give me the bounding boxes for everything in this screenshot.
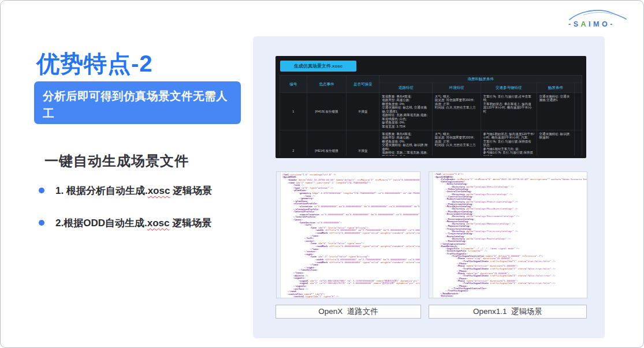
col-header-participants: 交通参与物特征 bbox=[481, 83, 537, 92]
bullet-dot-icon bbox=[39, 188, 44, 193]
page-title: 优势特点-2 bbox=[36, 48, 153, 80]
opendrive-code-body: <?xml version="1.0" encoding="utf-8" ?><… bbox=[282, 173, 420, 298]
cell-trigger: 交通设施特征: 交通设施物,交通牌1 bbox=[537, 92, 574, 130]
openscenario-code-screenshot: <?xml version="1.0"?><OpenSCENARIO> <Fil… bbox=[429, 171, 587, 298]
col-header-road: 道路特征 bbox=[379, 83, 433, 92]
col-header-trigger: 触发条件 bbox=[537, 83, 574, 92]
bullet-dot-icon bbox=[39, 220, 44, 226]
bullet-2-spellcheck-word: xosc bbox=[147, 218, 170, 229]
bullet-1-suffix: 逻辑场景 bbox=[170, 185, 212, 196]
highlight-box: 分析后即可得到仿真场景文件无需人工 再次搭建 bbox=[34, 81, 241, 124]
col-header-id: 编号 bbox=[280, 75, 307, 92]
cell-event: [HE14] 发生碰撞 bbox=[307, 130, 346, 156]
bullet-1-prefix: 1. 根据分析自动生成. bbox=[55, 185, 148, 196]
col-header-spacer bbox=[575, 83, 582, 92]
caption-openx-road-file: OpenX 道路文件 bbox=[276, 305, 421, 319]
svg-text:-SAIMO-: -SAIMO- bbox=[568, 20, 612, 28]
opendrive-code-screenshot: <?xml version="1.0" encoding="utf-8" ?><… bbox=[276, 171, 420, 298]
car-swoosh-icon: -SAIMO- bbox=[566, 8, 628, 32]
cell-event: [H419] 发生碰撞 bbox=[307, 92, 346, 130]
col-header-acceptable: 是否可接受 bbox=[346, 75, 379, 92]
scenario-table-wrap: 编号 危态事件 是否可接受 场景和触发条件 道路特征 环境特征 交通参与物特征 … bbox=[280, 75, 582, 156]
cell-road: 车道数量: 单向4车道; 道路类型: 高速公路; 横坡角度值: 0%; 交通设施… bbox=[379, 92, 433, 130]
table-row: 2 [HE14] 发生碰撞 不接受 车道数量: 单向4车道; 道路类型: 高速公… bbox=[280, 130, 582, 156]
cell-participants: 参与物1初始状态: 纵向速度120千米/小时, 横向速度0千米/小时, 汽车; … bbox=[481, 130, 537, 156]
scenario-table: 编号 危态事件 是否可接受 场景和触发条件 道路特征 环境特征 交通参与物特征 … bbox=[280, 75, 582, 156]
table-row: 1 [H419] 发生碰撞 不接受 车道数量: 单向4车道; 道路类型: 高速公… bbox=[280, 92, 582, 130]
scenario-table-screenshot: 生成仿真场景文件.xosc 编号 危态事件 是否可接受 场景和触发条件 bbox=[276, 56, 586, 158]
list-item: 2.根据ODD自动生成.xosc 逻辑场景 bbox=[36, 216, 262, 230]
cell-spacer bbox=[575, 92, 582, 130]
cell-id: 1 bbox=[280, 92, 307, 130]
cell-acceptable: 不接受 bbox=[346, 130, 379, 156]
bullet-1-spellcheck-word: xosc bbox=[148, 185, 170, 196]
highlight-line-2: 再次搭建 bbox=[43, 122, 232, 139]
cell-trigger: 交通设施特征: 标识牌,限速80 bbox=[537, 130, 574, 156]
code-line: <Entities> bbox=[434, 295, 514, 297]
slide: -SAIMO- 优势特点-2 分析后即可得到仿真场景文件无需人工 再次搭建 一键… bbox=[0, 0, 644, 348]
code-gutter bbox=[277, 172, 281, 298]
list-item: 1. 根据分析自动生成.xosc 逻辑场景 bbox=[36, 184, 262, 197]
highlight-line-1: 分析后即可得到仿真场景文件无需人工 bbox=[43, 87, 232, 122]
caption-openx-logical-scenario: Openx1.1 逻辑场景 bbox=[429, 305, 587, 319]
code-gutter bbox=[429, 172, 433, 298]
content-panel: 生成仿真场景文件.xosc 编号 危态事件 是否可接受 场景和触发条件 bbox=[253, 36, 605, 338]
bullet-2-suffix: 逻辑场景 bbox=[169, 218, 211, 229]
cell-road: 车道数量: 单向4车道; 道路类型: 高速公路; 横坡角度值: 0%; 交通设施… bbox=[379, 130, 433, 156]
section-heading: 一键自动生成场景文件 bbox=[44, 152, 189, 170]
generate-xosc-button[interactable]: 生成仿真场景文件.xosc bbox=[280, 61, 356, 72]
openscenario-code-body: <?xml version="1.0"?><OpenSCENARIO> <Fil… bbox=[434, 173, 587, 298]
bullet-2-prefix: 2.根据ODD自动生成. bbox=[55, 218, 147, 229]
bullet-text-1: 1. 根据分析自动生成.xosc 逻辑场景 bbox=[55, 184, 212, 197]
bullet-text-2: 2.根据ODD自动生成.xosc 逻辑场景 bbox=[55, 216, 211, 230]
col-header-env: 环境特征 bbox=[433, 83, 481, 92]
cell-participants: 主车行为: 直行,匀速行驶,占平直车线; 主车初始状态: 单在车道上, 纵向速度… bbox=[481, 92, 537, 130]
saimo-logo: -SAIMO- bbox=[566, 8, 628, 32]
cell-env: 天气: 晴天; 能见度: 符合国家要求200米; 温度: 正常; 时间段: 白天… bbox=[433, 92, 481, 130]
col-header-merged: 场景和触发条件 bbox=[379, 75, 582, 83]
bullet-list: 1. 根据分析自动生成.xosc 逻辑场景 2.根据ODD自动生成.xosc 逻… bbox=[36, 184, 262, 249]
cell-acceptable: 不接受 bbox=[346, 92, 379, 130]
cell-spacer bbox=[575, 130, 582, 156]
cell-env: 天气: 晴天; 能见度: 符合国家要求200米; 温度: 正常; 时间段: 白天… bbox=[433, 130, 481, 156]
col-header-event: 危态事件 bbox=[307, 75, 346, 92]
cell-id: 2 bbox=[280, 130, 307, 156]
